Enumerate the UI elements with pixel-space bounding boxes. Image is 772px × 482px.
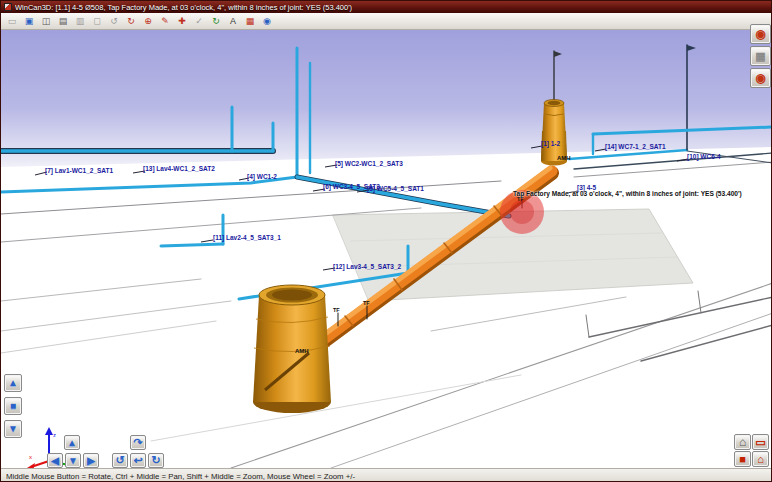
save-icon[interactable]: ▣: [22, 14, 36, 28]
section-label-lav4[interactable]: [13] Lav4-WC1_2_SAT2: [143, 166, 215, 173]
snapshot-icon[interactable]: ◻: [90, 14, 104, 28]
tap-tick-label-2: TF: [333, 308, 340, 314]
title-bar[interactable]: WinCan3D: [1.1] 4-5 Ø508, Tap Factory Ma…: [1, 1, 772, 13]
tap-defect-marker-core: [510, 200, 534, 224]
manhole-label-amh-1: AMH: [557, 155, 571, 161]
tap-tick-label-3: TF: [363, 301, 370, 307]
pan-left-icon: ◀: [51, 456, 59, 466]
film-icon: ▦: [755, 50, 765, 63]
section-label-1-2[interactable]: [1] 1-2: [541, 141, 560, 148]
axis-x-label: x: [29, 454, 32, 460]
export-icon[interactable]: ◫: [39, 14, 53, 28]
pan-right-icon: ▶: [87, 456, 95, 466]
mouse-hints-text: Middle Mouse Button = Rotate, Ctrl + Mid…: [6, 472, 355, 481]
elevation-up-button[interactable]: ▲: [4, 374, 22, 392]
viewport-3d-scene[interactable]: z x y: [1, 30, 772, 468]
elevation-reset-button[interactable]: ■: [4, 397, 22, 415]
record-film-button[interactable]: ▦: [750, 46, 771, 66]
measure-icon[interactable]: ✎: [158, 14, 172, 28]
down-arrow-icon: ▼: [8, 424, 18, 434]
rotate-right-button[interactable]: ↻: [148, 453, 164, 468]
axis-z-label: z: [53, 432, 56, 438]
section-label-wc6[interactable]: [10] WC6-4: [687, 154, 721, 161]
wincan3d-window: WinCan3D: [1.1] 4-5 Ø508, Tap Factory Ma…: [0, 0, 772, 482]
full-red-button[interactable]: ■: [734, 451, 751, 467]
capture-view-button[interactable]: ◉: [750, 68, 771, 88]
section-label-lav2[interactable]: [11] Lav2-4_5_SAT3_1: [213, 235, 281, 242]
app-icon: [4, 3, 12, 11]
rotate-center-icon: ↩: [133, 454, 142, 467]
window-icon: ▭: [755, 436, 765, 449]
elevation-down-button[interactable]: ▼: [4, 420, 22, 438]
pan-down-button[interactable]: ▼: [65, 453, 81, 468]
rotate-up-button[interactable]: ↷: [130, 435, 146, 450]
camera-icon: ◉: [755, 27, 765, 41]
pan-left-button[interactable]: ◀: [47, 453, 63, 468]
rotate-center-button[interactable]: ↩: [130, 453, 146, 468]
house-icon: ⌂: [757, 453, 764, 465]
rotate-left-icon: ↺: [115, 454, 124, 467]
rotate-view-icon[interactable]: ↻: [124, 14, 138, 28]
house-view-button[interactable]: ⌂: [752, 451, 769, 467]
pan-up-icon: ▲: [67, 438, 77, 448]
pan-right-button[interactable]: ▶: [83, 453, 99, 468]
up-arrow-icon: ▲: [8, 378, 18, 388]
section-label-wc5[interactable]: [8] WC5-4_5_SAT1: [367, 186, 424, 193]
status-bar: Middle Mouse Button = Rotate, Ctrl + Mid…: [1, 468, 772, 482]
cube-icon: ■: [10, 401, 16, 411]
section-label-wc7[interactable]: [14] WC7-1_2_SAT1: [605, 144, 666, 151]
refresh-icon[interactable]: ↻: [209, 14, 223, 28]
pointer-icon[interactable]: ✓: [192, 14, 206, 28]
report-icon[interactable]: ▦: [243, 14, 257, 28]
copy-icon[interactable]: ▥: [73, 14, 87, 28]
section-label-lav3[interactable]: [12] Lav3-4_5_SAT3_2: [333, 264, 401, 271]
main-toolbar: ▭ ▣ ◫ ▤ ▥ ◻ ↺ ↻ ⊕ ✎ ✚ ✓ ↻ A ▦ ◉: [1, 13, 772, 30]
print-icon[interactable]: ▤: [56, 14, 70, 28]
marker-icon[interactable]: ✚: [175, 14, 189, 28]
home-icon: ⌂: [739, 435, 746, 449]
section-label-lav1[interactable]: [7] Lav1-WC1_2_SAT1: [45, 168, 113, 175]
window-title: WinCan3D: [1.1] 4-5 Ø508, Tap Factory Ma…: [15, 3, 352, 12]
observation-annotation: Tap Factory Made, at 03 o'clock, 4", wit…: [513, 191, 742, 198]
camera-icon-2: ◉: [755, 71, 765, 85]
help-icon[interactable]: ◉: [260, 14, 274, 28]
text-label-icon[interactable]: A: [226, 14, 240, 28]
section-label-wc1-2[interactable]: [4] WC1-2: [247, 174, 277, 181]
rotate-left-button[interactable]: ↺: [112, 453, 128, 468]
rotate-right-icon: ↻: [151, 454, 160, 467]
window-view-button[interactable]: ▭: [752, 434, 769, 450]
manhole-label-amh-2: AMH: [295, 348, 309, 354]
snapshot-camera-button[interactable]: ◉: [750, 24, 771, 44]
section-label-wc2[interactable]: [5] WC2-WC1_2_SAT3: [335, 161, 403, 168]
home-view-button[interactable]: ⌂: [734, 434, 751, 450]
tap-tick-label-1: TF: [517, 197, 524, 203]
undo-icon[interactable]: ↺: [107, 14, 121, 28]
pan-up-button[interactable]: ▲: [64, 435, 80, 450]
manhole-big[interactable]: [253, 285, 331, 413]
rotate-up-icon: ↷: [133, 436, 142, 449]
zoom-region-icon[interactable]: ⊕: [141, 14, 155, 28]
red-square-icon: ■: [739, 453, 746, 465]
open-icon[interactable]: ▭: [5, 14, 19, 28]
pan-down-icon: ▼: [68, 456, 78, 466]
